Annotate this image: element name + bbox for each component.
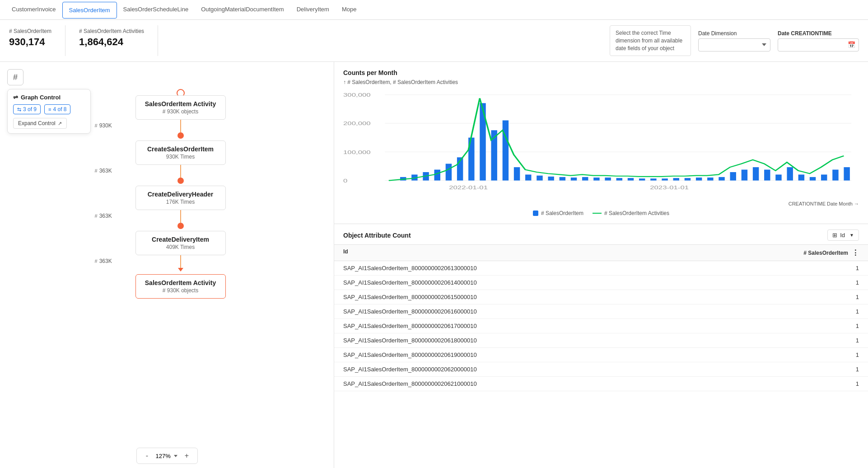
hash-small-icon-3: # — [95, 213, 98, 219]
tab-delivery-item[interactable]: DeliveryItem — [290, 1, 336, 18]
table-section: Object Attribute Count ⊞ Id ▼ Id # Sales… — [334, 224, 868, 468]
flow-node-1: SalesOrderItem Activity # 930K objects — [135, 89, 226, 132]
node4-title: CreateDeliveryItem — [145, 236, 216, 243]
svg-rect-41 — [764, 170, 770, 181]
tab-customer-invoice[interactable]: CustomerInvoice — [5, 1, 62, 18]
zoom-level-select[interactable]: 127% 100% 75% 50% — [156, 453, 178, 459]
node5-sub: # 930K objects — [145, 287, 216, 294]
legend-activities-label: # SalesOrderItem Activities — [604, 210, 669, 216]
flow-node-4: CreateDeliveryItem 409K Times — [135, 223, 226, 268]
row-id: SAP_AI1SalesOrderItem_800000000206170000… — [343, 323, 805, 329]
svg-rect-24 — [571, 178, 577, 181]
row-id: SAP_AI1SalesOrderItem_800000000206150000… — [343, 294, 805, 300]
metric-sales-order-item-activities: # SalesOrderItem Activities 1,864,624 — [79, 25, 158, 56]
date-creation-label: Date CREATIONTIME — [778, 30, 859, 37]
table-header-row: Object Attribute Count ⊞ Id ▼ — [334, 224, 868, 245]
svg-rect-40 — [753, 167, 759, 180]
tab-sales-order-schedule-line[interactable]: SalesOrderScheduleLine — [117, 1, 195, 18]
svg-rect-34 — [685, 178, 691, 180]
table-row: SAP_AI1SalesOrderItem_800000000206190000… — [334, 348, 868, 362]
table-rows-container: SAP_AI1SalesOrderItem_800000000206130000… — [334, 261, 868, 391]
row-id: SAP_AI1SalesOrderItem_800000000206160000… — [343, 308, 805, 315]
table-row: SAP_AI1SalesOrderItem_800000000206180000… — [334, 333, 868, 348]
svg-rect-32 — [662, 179, 667, 181]
zoom-bar: - 127% 100% 75% 50% + — [136, 448, 198, 464]
chart-legend: # SalesOrderItem # SalesOrderItem Activi… — [343, 210, 859, 216]
svg-text:200,000: 200,000 — [343, 121, 371, 126]
tab-sales-order-item[interactable]: SalesOrderItem — [62, 2, 117, 19]
node2-sub: 930K Times — [145, 154, 216, 160]
chart-container: 300,000 200,000 100,000 0 — [343, 91, 859, 199]
node5-box: SalesOrderItem Activity # 930K objects — [135, 274, 226, 299]
zoom-minus-button[interactable]: - — [142, 451, 152, 461]
svg-rect-27 — [605, 178, 611, 181]
svg-rect-18 — [503, 121, 509, 181]
hash-small-icon: # — [95, 123, 98, 128]
table-icon: ⊞ — [832, 232, 837, 239]
col-header-count: # SalesOrderItem ⋮ — [803, 248, 859, 257]
arrow-down-icon — [178, 268, 183, 271]
table-id-select[interactable]: ⊞ Id ▼ — [827, 229, 859, 241]
line4 — [180, 255, 181, 268]
metric-sales-order-item-value: 930,174 — [9, 36, 51, 48]
svg-rect-12 — [434, 170, 440, 181]
tab-outgoing-material-document-item[interactable]: OutgoingMaterialDocumentItem — [195, 1, 290, 18]
table-row: SAP_AI1SalesOrderItem_800000000206200000… — [334, 362, 868, 377]
node2-box: CreateSalesOrderItem 930K Times — [135, 140, 226, 165]
metrics-row: # SalesOrderItem 930,174 # SalesOrderIte… — [0, 20, 868, 62]
svg-rect-33 — [673, 178, 679, 180]
node3-box: CreateDeliveryHeader 176K Times — [135, 186, 226, 210]
node2-circle — [177, 132, 184, 139]
svg-rect-35 — [696, 178, 702, 181]
table-row: SAP_AI1SalesOrderItem_800000000206150000… — [334, 290, 868, 304]
date-creation-input[interactable] — [778, 38, 859, 51]
legend-activities: # SalesOrderItem Activities — [593, 210, 669, 216]
svg-rect-46 — [821, 175, 827, 181]
svg-rect-31 — [650, 179, 656, 181]
row-id: SAP_AI1SalesOrderItem_800000000206140000… — [343, 279, 805, 286]
svg-rect-42 — [775, 175, 781, 181]
tabs-bar: CustomerInvoice SalesOrderItem SalesOrde… — [0, 0, 868, 20]
svg-rect-13 — [446, 164, 452, 181]
table-col-headers: Id # SalesOrderItem ⋮ — [334, 245, 868, 261]
table-row: SAP_AI1SalesOrderItem_800000000206130000… — [334, 261, 868, 276]
hash-small-icon-4: # — [95, 258, 98, 264]
svg-rect-38 — [730, 172, 736, 181]
svg-rect-22 — [548, 177, 554, 181]
svg-text:2023-01-01: 2023-01-01 — [650, 185, 689, 191]
svg-rect-28 — [616, 178, 622, 180]
main-content: # ⇌ Graph Control ⇆ 3 of 9 ≡ 4 of 8 Expa… — [0, 62, 868, 468]
svg-rect-37 — [719, 177, 724, 181]
svg-rect-36 — [707, 178, 713, 181]
row-count: 1 — [805, 337, 859, 344]
row-id: SAP_AI1SalesOrderItem_800000000206210000… — [343, 380, 805, 387]
right-panel: Counts per Month ↑ # SalesOrderItem, # S… — [334, 62, 868, 468]
row-count: 1 — [805, 265, 859, 271]
svg-text:300,000: 300,000 — [343, 92, 371, 98]
date-dimension-label: Date Dimension — [698, 30, 770, 37]
more-icon[interactable]: ⋮ — [852, 248, 859, 257]
node4-sub: 409K Times — [145, 244, 216, 250]
zoom-plus-button[interactable]: + — [182, 451, 192, 461]
node1-title: SalesOrderItem Activity — [145, 100, 216, 108]
count-363k-2: # 363K — [95, 213, 112, 219]
metric-sales-order-item-label: # SalesOrderItem — [9, 28, 51, 34]
row-id: SAP_AI1SalesOrderItem_800000000206190000… — [343, 351, 805, 358]
node3-sub: 176K Times — [145, 199, 216, 205]
chart-section: Counts per Month ↑ # SalesOrderItem, # S… — [334, 62, 868, 224]
table-row: SAP_AI1SalesOrderItem_800000000206170000… — [334, 319, 868, 333]
row-count: 1 — [805, 308, 859, 315]
count-930k: # 930K — [95, 122, 112, 129]
svg-rect-21 — [537, 176, 542, 181]
hash-small-icon-2: # — [95, 168, 98, 173]
node5-title: SalesOrderItem Activity — [145, 279, 216, 286]
tab-mope[interactable]: Mope — [336, 1, 363, 18]
object-attribute-count-title: Object Attribute Count — [343, 232, 827, 239]
date-dimension-select[interactable] — [698, 38, 770, 51]
chart-svg: 300,000 200,000 100,000 0 — [343, 91, 859, 199]
line2 — [180, 165, 181, 178]
node1-sub: # 930K objects — [145, 108, 216, 115]
date-select-container: Date Dimension — [698, 30, 770, 51]
calendar-icon: 📅 — [848, 41, 855, 48]
svg-rect-39 — [742, 170, 747, 181]
